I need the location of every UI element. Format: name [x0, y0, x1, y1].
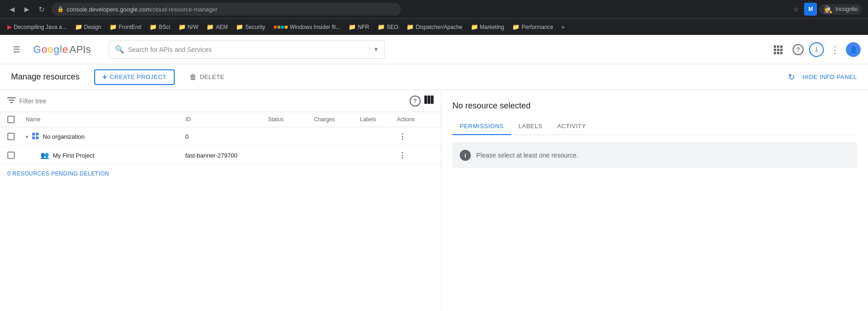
bookmark-bsci[interactable]: 📁 BSci: [146, 22, 174, 32]
browser-actions: ☆ M 🕵 Incognito: [789, 3, 862, 16]
logo-e: e: [63, 44, 68, 56]
avatar[interactable]: 👤: [846, 42, 861, 57]
resources-panel: ? Name ID: [0, 90, 441, 311]
page-title: Manage resources: [11, 72, 80, 82]
app-header: ☰ G o o g l e APIs 🔍 Search for APIs and…: [0, 35, 868, 64]
filter-icon: [7, 97, 16, 105]
tab-permissions[interactable]: PERMISSIONS: [452, 118, 511, 135]
tab-permissions-label: PERMISSIONS: [460, 123, 504, 130]
main-content: Manage resources + CREATE PROJECT 🗑 DELE…: [0, 64, 868, 311]
row-proj-more-button[interactable]: ⋮: [397, 150, 408, 161]
forward-button[interactable]: ▶: [20, 3, 33, 16]
bookmark-decompiling[interactable]: ▶ Decompiling Java a...: [4, 22, 70, 32]
project-icon: 👥: [40, 151, 49, 159]
info-panel: No resource selected PERMISSIONS LABELS …: [441, 90, 868, 311]
row-org-checkbox[interactable]: [7, 133, 15, 140]
bookmark-seo-icon: 📁: [377, 23, 385, 30]
bookmark-design-label: Design: [84, 24, 101, 30]
more-options-button[interactable]: ⋮: [826, 40, 844, 59]
pending-deletion-link[interactable]: 0 RESOURCES PENDING DELETION: [0, 165, 441, 182]
columns-icon[interactable]: [424, 96, 434, 106]
refresh-icon: ↻: [788, 72, 795, 82]
logo-g2: g: [54, 44, 59, 56]
refresh-button[interactable]: ↻: [35, 3, 48, 16]
svg-rect-8: [780, 52, 782, 54]
bookmark-frontend-label: FrontEnd: [119, 24, 141, 30]
table-header: Name ID Status Charges Labels: [0, 112, 441, 127]
filter-bar: ?: [0, 90, 441, 112]
bookmark-design[interactable]: 📁 Design: [71, 22, 105, 32]
star-button[interactable]: ☆: [789, 3, 802, 16]
bookmark-aem[interactable]: 📁 AEM: [203, 22, 231, 32]
nav-buttons: ◀ ▶ ↻: [6, 3, 48, 16]
bookmark-marketing[interactable]: 📁 Marketing: [467, 22, 508, 32]
bookmark-marketing-label: Marketing: [480, 24, 504, 30]
bookmark-performance-icon: 📁: [512, 23, 520, 30]
row-proj-checkbox[interactable]: [7, 152, 15, 159]
bookmarks-more[interactable]: »: [558, 22, 568, 32]
filter-input[interactable]: [19, 97, 406, 105]
create-project-button[interactable]: + CREATE PROJECT: [94, 69, 175, 85]
svg-rect-17: [32, 136, 35, 139]
more-options-icon: ⋮: [830, 44, 839, 55]
tab-activity[interactable]: ACTIVITY: [550, 118, 594, 135]
org-expand-icon[interactable]: ▾: [26, 134, 28, 139]
svg-rect-6: [774, 52, 776, 54]
notification-badge[interactable]: 1: [809, 42, 824, 57]
back-button[interactable]: ◀: [6, 3, 18, 16]
bookmark-security[interactable]: 📁 Security: [232, 22, 268, 32]
tab-labels[interactable]: LABELS: [511, 118, 550, 135]
notification-count: 1: [815, 46, 818, 53]
bookmark-nw[interactable]: 📁 N/W: [175, 22, 202, 32]
bookmark-dispatcher-label: Dispatcher/Apache: [416, 24, 462, 30]
svg-rect-2: [780, 45, 782, 48]
avatar-icon: 👤: [850, 46, 857, 53]
address-bar[interactable]: 🔒 console.developers.google.com/cloud-re…: [51, 3, 401, 16]
header-actions: ? 1 ⋮ 👤: [769, 40, 861, 59]
bookmark-decompiling-label: Decompiling Java a...: [14, 24, 67, 30]
svg-rect-14: [431, 96, 434, 104]
col-id-label: ID: [185, 116, 191, 123]
col-name-label: Name: [26, 116, 40, 123]
col-charges: Charges: [314, 116, 360, 123]
delete-icon: 🗑: [189, 73, 197, 81]
row-org-name-cell: ▾ No organization: [26, 132, 185, 141]
search-bar[interactable]: 🔍 Search for APIs and Services ▼: [109, 40, 385, 59]
refresh-resources-button[interactable]: ↻: [784, 70, 799, 85]
svg-rect-16: [36, 133, 39, 136]
delete-button[interactable]: 🗑 DELETE: [182, 70, 232, 84]
row-proj-id-cell: fast-banner-279700: [185, 152, 268, 159]
bookmark-seo[interactable]: 📁 SEO: [374, 22, 402, 32]
bookmark-dispatcher[interactable]: 📁 Dispatcher/Apache: [403, 22, 466, 32]
filter-help-button[interactable]: ?: [410, 96, 421, 107]
hide-panel-button[interactable]: HIDE INFO PANEL: [802, 74, 857, 80]
extension-icon[interactable]: M: [804, 3, 817, 16]
bookmark-frontend-icon: 📁: [109, 23, 117, 30]
bookmark-security-label: Security: [245, 24, 265, 30]
apps-button[interactable]: [769, 40, 787, 59]
row-org-more-button[interactable]: ⋮: [397, 131, 408, 142]
info-icon: i: [460, 150, 471, 161]
col-id: ID: [185, 116, 268, 123]
bookmark-performance[interactable]: 📁 Performance: [508, 22, 557, 32]
bookmark-nfr[interactable]: 📁 NFR: [345, 22, 373, 32]
hamburger-button[interactable]: ☰: [7, 40, 26, 59]
svg-rect-5: [780, 49, 782, 51]
project-name-label: My First Project: [53, 152, 94, 159]
help-button[interactable]: ?: [789, 40, 807, 59]
row-org-checkbox-cell: [7, 133, 26, 140]
bookmark-nfr-icon: 📁: [348, 23, 356, 30]
bookmark-frontend[interactable]: 📁 FrontEnd: [106, 22, 145, 32]
bookmark-design-icon: 📁: [75, 23, 82, 30]
bookmark-nw-icon: 📁: [178, 23, 186, 30]
header-checkbox[interactable]: [7, 116, 15, 123]
svg-rect-7: [777, 52, 779, 54]
svg-rect-1: [777, 45, 779, 48]
svg-rect-3: [774, 49, 776, 51]
bookmarks-more-icon: »: [561, 24, 565, 30]
browser-chrome: ◀ ▶ ↻ 🔒 console.developers.google.com/cl…: [0, 0, 868, 18]
bookmark-windows[interactable]: ■■■■ Windows Insider fli...: [270, 22, 344, 32]
bookmark-bsci-icon: 📁: [149, 23, 157, 30]
row-proj-checkbox-cell: [7, 152, 26, 159]
resource-table: Name ID Status Charges Labels: [0, 112, 441, 311]
